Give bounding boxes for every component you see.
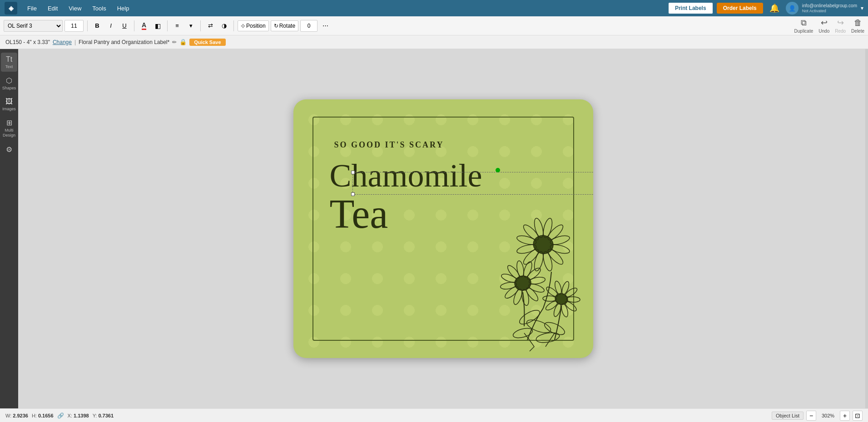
zoom-in-button[interactable]: + — [840, 411, 850, 421]
svg-point-34 — [542, 296, 556, 302]
svg-point-31 — [560, 303, 569, 318]
sidebar-shapes-label: Shapes — [2, 86, 16, 90]
position-button[interactable]: ⊹ Position — [238, 20, 269, 31]
italic-button[interactable]: I — [105, 20, 117, 32]
file-name: Floral Pantry and Organization Label* — [79, 39, 169, 45]
rotate-icon: ↻ — [274, 23, 278, 29]
svg-point-40 — [543, 320, 566, 337]
sidebar-item-shapes[interactable]: ⬡ Shapes — [1, 74, 17, 93]
more-options-button[interactable]: ⋯ — [319, 20, 331, 32]
user-info[interactable]: info@onlinelabelgroup.com Not Activated — [802, 3, 857, 14]
settings-tool-icon: ⚙ — [6, 145, 12, 154]
redo-icon: ↪ — [837, 18, 844, 28]
label-tea-text[interactable]: Tea — [330, 194, 388, 235]
user-menu-chevron-icon[interactable]: ▾ — [861, 5, 863, 11]
main-content: Tt Text ⬡ Shapes 🖼 Images ⊞ MultiDesign … — [0, 49, 868, 408]
flip-button[interactable]: ⇄ — [204, 20, 216, 32]
sidebar-text-label: Text — [5, 64, 13, 69]
delete-action[interactable]: 🗑 Delete — [851, 18, 864, 34]
sidebar-item-images[interactable]: 🖼 Images — [1, 95, 17, 114]
label-chamomile-text[interactable]: Chamomile — [330, 158, 482, 194]
text-color-icon: A — [142, 21, 146, 30]
y-coord: Y: 0.7361 — [93, 413, 114, 418]
lock-size-icon[interactable]: 🔗 — [57, 412, 64, 419]
change-link[interactable]: Change — [53, 39, 72, 45]
user-status: Not Activated — [802, 9, 857, 14]
fit-to-screen-button[interactable]: ⊡ — [853, 411, 863, 421]
svg-point-19 — [524, 286, 540, 303]
avatar[interactable]: 👤 — [786, 2, 799, 15]
right-resize-handle[interactable] — [865, 49, 868, 408]
notification-bell-icon[interactable]: 🔔 — [767, 3, 782, 13]
svg-point-6 — [541, 250, 554, 272]
undo-icon: ↩ — [821, 18, 828, 28]
app-logo: ◈ — [5, 2, 17, 15]
quick-save-button[interactable]: Quick Save — [189, 39, 225, 46]
images-tool-icon: 🖼 — [5, 98, 13, 106]
sidebar-item-text[interactable]: Tt Text — [1, 53, 17, 72]
bold-button[interactable]: B — [91, 20, 103, 32]
svg-point-26 — [553, 292, 569, 306]
x-coord: X: 1.1398 — [68, 413, 89, 418]
svg-point-3 — [549, 234, 570, 246]
toolbar-divider-5 — [233, 20, 234, 31]
bottom-bar: W: 2.9236 H: 0.1656 🔗 X: 1.1398 Y: 0.736… — [0, 408, 868, 422]
sidebar-item-multi-design[interactable]: ⊞ MultiDesign — [1, 116, 17, 141]
svg-point-38 — [525, 317, 552, 335]
fill-color-button[interactable]: ◧ — [152, 20, 164, 32]
underline-button[interactable]: U — [119, 20, 130, 32]
height-coord: H: 0.1656 — [32, 413, 54, 418]
x-value: 1.1398 — [74, 413, 89, 418]
font-family-select[interactable]: OL Serif 3 — [4, 20, 63, 32]
nav-view[interactable]: View — [64, 3, 86, 14]
svg-point-1 — [541, 217, 554, 239]
text-color-button[interactable]: A — [138, 20, 150, 32]
file-bar-separator: | — [74, 39, 76, 45]
nav-help[interactable]: Help — [113, 3, 134, 14]
toolbar-divider-4 — [200, 20, 201, 31]
zoom-out-button[interactable]: − — [806, 411, 816, 421]
canvas-area[interactable]: SO GOOD IT'S SCARY Chamomile Tea — [18, 49, 868, 408]
edit-name-icon[interactable]: ✏ — [172, 39, 177, 45]
nav-file[interactable]: File — [23, 3, 41, 14]
duplicate-icon: ⧉ — [801, 18, 807, 28]
toolbar-divider-2 — [134, 20, 134, 31]
delete-icon: 🗑 — [854, 18, 862, 28]
rotation-value-input[interactable] — [300, 20, 317, 32]
rotate-label: Rotate — [279, 23, 295, 29]
redo-action[interactable]: ↪ Redo — [835, 18, 846, 34]
rotate-button[interactable]: ↻ Rotate — [271, 20, 298, 31]
h-label: H: — [32, 413, 37, 418]
nav-edit[interactable]: Edit — [43, 3, 62, 14]
align-dropdown-button[interactable]: ▾ — [185, 20, 197, 32]
position-icon: ⊹ — [241, 23, 245, 29]
object-list-button[interactable]: Object List — [772, 412, 804, 420]
align-left-button[interactable]: ≡ — [171, 20, 183, 32]
w-value: 2.9236 — [13, 413, 28, 418]
font-size-input[interactable] — [64, 20, 84, 32]
toolbar: OL Serif 3 B I U A ◧ ≡ ▾ ⇄ ◑ ⊹ Position … — [0, 16, 868, 35]
sidebar-images-label: Images — [2, 107, 16, 111]
y-value: 0.7361 — [98, 413, 114, 418]
label-subtitle-text[interactable]: SO GOOD IT'S SCARY — [334, 140, 444, 150]
duplicate-label: Duplicate — [794, 29, 813, 34]
fill-color-icon: ◧ — [155, 22, 161, 29]
toolbar-divider-3 — [167, 20, 168, 31]
svg-point-12 — [532, 217, 545, 239]
nav-tools[interactable]: Tools — [88, 3, 110, 14]
duplicate-action[interactable]: ⧉ Duplicate — [794, 18, 813, 34]
order-labels-button[interactable]: Order Labels — [717, 3, 763, 14]
undo-label: Undo — [818, 29, 829, 34]
y-label: Y: — [93, 413, 97, 418]
opacity-button[interactable]: ◑ — [218, 20, 230, 32]
svg-point-22 — [503, 285, 520, 300]
print-labels-button[interactable]: Print Labels — [668, 2, 713, 14]
label-canvas: SO GOOD IT'S SCARY Chamomile Tea — [293, 99, 593, 358]
svg-point-41 — [535, 331, 560, 344]
sidebar-item-settings[interactable]: ⚙ — [1, 142, 17, 157]
svg-point-36 — [553, 280, 562, 295]
svg-point-7 — [532, 250, 545, 272]
undo-action[interactable]: ↩ Undo — [818, 18, 829, 34]
left-sidebar: Tt Text ⬡ Shapes 🖼 Images ⊞ MultiDesign … — [0, 49, 18, 408]
svg-point-9 — [516, 243, 537, 255]
